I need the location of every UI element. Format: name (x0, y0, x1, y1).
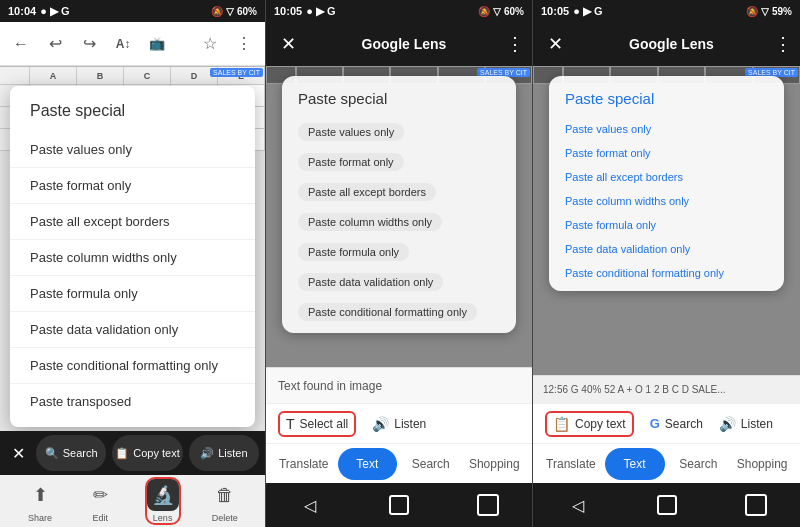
lens-nav-btn[interactable]: 🔬 Lens (145, 477, 181, 525)
cast-icon[interactable]: 📺 (142, 29, 172, 59)
paste-data-validation-1[interactable]: Paste data validation only (10, 312, 255, 348)
status-time-3: 10:05 (541, 5, 569, 17)
paste-formula-2[interactable]: Paste formula only (282, 237, 516, 267)
back-nav-3[interactable]: ◁ (560, 487, 596, 523)
search-label-3: Search (665, 417, 703, 431)
edit-nav-btn[interactable]: ✏ Edit (84, 479, 116, 523)
select-all-label-2: Select all (300, 417, 349, 431)
copy-label-1: Copy text (133, 447, 179, 459)
star-icon[interactable]: ☆ (195, 29, 225, 59)
paste-format-2[interactable]: Paste format only (282, 147, 516, 177)
undo-icon[interactable]: ↩ (40, 29, 70, 59)
text-found-label-2: Text found in image (278, 379, 382, 393)
delete-icon: 🗑 (209, 479, 241, 511)
paste-formula-3[interactable]: Paste formula only (549, 213, 784, 237)
paste-format-3[interactable]: Paste format only (549, 141, 784, 165)
share-label: Share (28, 513, 52, 523)
listen-icon-3: 🔊 (719, 416, 736, 432)
copy-text-btn-1[interactable]: 📋 Copy text (112, 435, 182, 471)
lens-close-btn-2[interactable]: ✕ (274, 30, 302, 58)
status-time-1: 10:04 (8, 5, 36, 17)
paste-format-only-1[interactable]: Paste format only (10, 168, 255, 204)
tab-search-2[interactable]: Search (401, 448, 461, 480)
paste-all-except-borders-1[interactable]: Paste all except borders (10, 204, 255, 240)
bottom-nav-1: ⬆ Share ✏ Edit 🔬 Lens 🗑 Delete (0, 475, 265, 527)
lens-close-btn-3[interactable]: ✕ (541, 30, 569, 58)
google-lens-logo-2: Google Lens (362, 36, 447, 52)
more-vert-icon[interactable]: ⋮ (229, 29, 259, 59)
paste-conditional-1[interactable]: Paste conditional formatting only (10, 348, 255, 384)
status-time-2: 10:05 (274, 5, 302, 17)
paste-conditional-2[interactable]: Paste conditional formatting only (282, 297, 516, 327)
paste-special-title-2: Paste special (282, 90, 516, 117)
paste-special-popup-1: Paste special Paste values only Paste fo… (10, 86, 255, 427)
tab-search-3[interactable]: Search (669, 448, 729, 480)
copy-text-btn-3[interactable]: 📋 Copy text (545, 411, 634, 437)
status-bar-2: 10:05 ● ▶ G 🔕 ▽ 60% (266, 0, 532, 22)
status-battery-2: 60% (504, 6, 524, 17)
paste-widths-2[interactable]: Paste column widths only (282, 207, 516, 237)
listen-btn-3[interactable]: 🔊 Listen (719, 416, 773, 432)
tab-shopping-2[interactable]: Shopping (465, 448, 525, 480)
select-all-btn-2[interactable]: T Select all (278, 411, 356, 437)
delete-nav-btn[interactable]: 🗑 Delete (209, 479, 241, 523)
status-icons-3: ● ▶ G (573, 5, 602, 18)
lens-toolbar-3: ✕ Google Lens ⋮ (533, 22, 800, 66)
back-icon[interactable]: ← (6, 29, 36, 59)
tab-translate-3[interactable]: Translate (541, 448, 601, 480)
recents-nav-3[interactable] (738, 487, 774, 523)
lens-tabs-2: Translate Text Search Shopping (266, 443, 532, 483)
listen-label-2: Listen (394, 417, 426, 431)
sales-badge-1: SALES BY CIT (210, 68, 263, 77)
lens-more-icon-2[interactable]: ⋮ (506, 33, 524, 55)
spreadsheet-bg-1: A B C D E 1 2 3 SALES BY CIT (0, 66, 265, 431)
paste-column-widths-1[interactable]: Paste column widths only (10, 240, 255, 276)
lens-nav-3: ◁ (533, 483, 800, 527)
google-lens-logo-3: Google Lens (629, 36, 714, 52)
home-nav-3[interactable] (649, 487, 685, 523)
paste-widths-3[interactable]: Paste column widths only (549, 189, 784, 213)
copy-text-label-3: Copy text (575, 417, 626, 431)
paste-values-2[interactable]: Paste values only (282, 117, 516, 147)
tab-text-2[interactable]: Text (338, 448, 398, 480)
paste-borders-2[interactable]: Paste all except borders (282, 177, 516, 207)
paste-conditional-3[interactable]: Paste conditional formatting only (549, 261, 784, 285)
paste-transposed-1[interactable]: Paste transposed (10, 384, 255, 419)
lens-action-row-2: T Select all 🔊 Listen (266, 403, 532, 443)
google-search-btn-3[interactable]: G Search (650, 416, 703, 431)
lens-popup-card-3: Paste special Paste values only Paste fo… (549, 76, 784, 291)
lens-toolbar-2: ✕ Google Lens ⋮ (266, 22, 532, 66)
lens-label: Lens (153, 513, 173, 523)
status-bar-3: 10:05 ● ▶ G 🔕 ▽ 59% (533, 0, 800, 22)
redo-icon[interactable]: ↪ (74, 29, 104, 59)
recents-nav-2[interactable] (470, 487, 506, 523)
paste-values-3[interactable]: Paste values only (549, 117, 784, 141)
paste-validation-3[interactable]: Paste data validation only (549, 237, 784, 261)
paste-validation-2[interactable]: Paste data validation only (282, 267, 516, 297)
listen-icon-2: 🔊 (372, 416, 389, 432)
back-nav-2[interactable]: ◁ (292, 487, 328, 523)
listen-btn-1[interactable]: 🔊 Listen (189, 435, 259, 471)
col-header-a: A (30, 67, 77, 85)
tab-shopping-3[interactable]: Shopping (732, 448, 792, 480)
search-btn-1[interactable]: 🔍 Search (36, 435, 106, 471)
listen-btn-2[interactable]: 🔊 Listen (372, 416, 426, 432)
lens-icon: 🔬 (147, 479, 179, 511)
lens-more-icon-3[interactable]: ⋮ (774, 33, 792, 55)
col-header-b: B (77, 67, 124, 85)
tab-text-3[interactable]: Text (605, 448, 665, 480)
paste-borders-3[interactable]: Paste all except borders (549, 165, 784, 189)
paste-values-only-1[interactable]: Paste values only (10, 132, 255, 168)
info-bar-3: 12:56 G 40% 52 A + O 1 2 B C D SALE... (533, 375, 800, 403)
paste-formula-only-1[interactable]: Paste formula only (10, 276, 255, 312)
home-nav-2[interactable] (381, 487, 417, 523)
share-nav-btn[interactable]: ⬆ Share (24, 479, 56, 523)
header-corner (0, 67, 30, 85)
google-g-icon-3: G (650, 416, 660, 431)
panel-3: 10:05 ● ▶ G 🔕 ▽ 59% ✕ Google Lens ⋮ SALE… (533, 0, 800, 527)
text-format-icon[interactable]: A↕ (108, 29, 138, 59)
info-text-3: 12:56 G 40% 52 A + O 1 2 B C D SALE... (543, 384, 726, 395)
lens-content-2: SALES BY CIT Paste special Paste values … (266, 66, 532, 367)
dismiss-btn-1[interactable]: ✕ (4, 439, 32, 467)
tab-translate-2[interactable]: Translate (274, 448, 334, 480)
